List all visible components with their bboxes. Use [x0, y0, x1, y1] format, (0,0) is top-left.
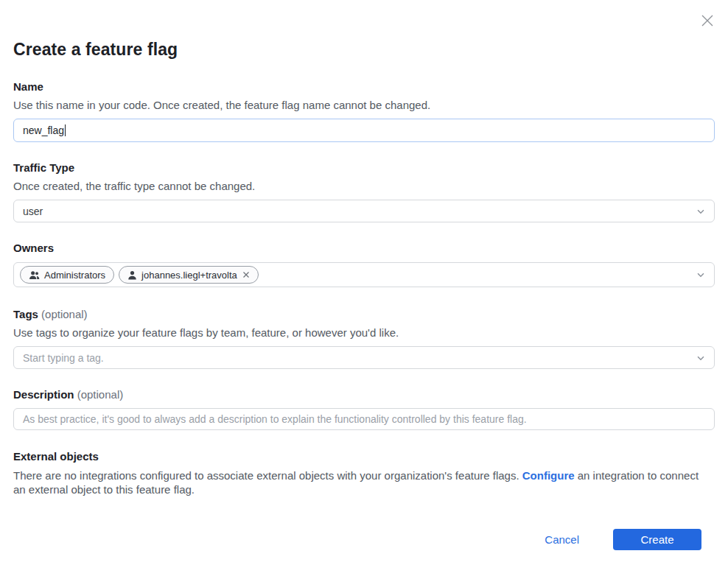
- name-label: Name: [13, 80, 715, 94]
- name-field-group: Name Use this name in your code. Once cr…: [13, 80, 715, 142]
- owner-chip-label: Administrators: [44, 270, 105, 281]
- group-icon: [29, 270, 40, 280]
- tags-select[interactable]: Start typing a tag.: [13, 346, 715, 369]
- modal-footer: Cancel Create: [13, 529, 715, 550]
- page-title: Create a feature flag: [13, 40, 715, 60]
- description-input[interactable]: As best practice, it's good to always ad…: [13, 408, 715, 430]
- create-feature-flag-modal: Create a feature flag Name Use this name…: [0, 0, 728, 562]
- owner-chip-administrators[interactable]: Administrators: [20, 266, 114, 284]
- create-button[interactable]: Create: [613, 529, 701, 550]
- owners-chip-list: Administrators johannes.liegl+travolta: [20, 266, 259, 284]
- description-label: Description (optional): [13, 387, 715, 401]
- person-icon: [127, 270, 137, 280]
- description-field-group: Description (optional) As best practice,…: [13, 387, 715, 430]
- traffic-type-selected-value: user: [23, 206, 43, 217]
- owners-select[interactable]: Administrators johannes.liegl+travolta: [13, 262, 715, 287]
- tags-optional-text: (optional): [41, 308, 88, 320]
- chevron-down-icon: [696, 353, 706, 363]
- external-objects-text-before: There are no integrations configured to …: [13, 469, 522, 482]
- owners-field-group: Owners Administrators: [13, 241, 715, 287]
- tags-label-text: Tags: [13, 308, 38, 320]
- external-objects-label: External objects: [13, 449, 715, 463]
- text-caret: [65, 124, 66, 136]
- description-optional-text: (optional): [77, 388, 124, 401]
- owner-chip-label: johannes.liegl+travolta: [141, 270, 237, 281]
- close-button[interactable]: [697, 10, 718, 31]
- traffic-type-helper-text: Once created, the traffic type cannot be…: [13, 179, 715, 193]
- cancel-button[interactable]: Cancel: [545, 533, 579, 546]
- name-input-value: new_flag: [23, 124, 64, 136]
- traffic-type-field-group: Traffic Type Once created, the traffic t…: [13, 161, 715, 222]
- traffic-type-select[interactable]: user: [13, 200, 715, 222]
- description-placeholder: As best practice, it's good to always ad…: [23, 413, 527, 425]
- chevron-down-icon: [696, 206, 706, 217]
- tags-field-group: Tags (optional) Use tags to organize you…: [13, 307, 715, 369]
- external-objects-text: There are no integrations configured to …: [13, 468, 713, 496]
- tags-placeholder: Start typing a tag.: [23, 352, 104, 364]
- description-label-text: Description: [13, 388, 74, 401]
- configure-link[interactable]: Configure: [522, 469, 575, 482]
- external-objects-group: External objects There are no integratio…: [13, 449, 715, 496]
- tags-label: Tags (optional): [13, 307, 715, 321]
- traffic-type-label: Traffic Type: [13, 161, 715, 175]
- name-helper-text: Use this name in your code. Once created…: [13, 98, 715, 112]
- name-input[interactable]: new_flag: [13, 119, 715, 142]
- remove-owner-icon[interactable]: [242, 271, 250, 278]
- close-icon: [699, 13, 715, 29]
- owners-label: Owners: [13, 241, 715, 255]
- tags-helper-text: Use tags to organize your feature flags …: [13, 326, 715, 340]
- chevron-down-icon: [696, 270, 706, 280]
- owner-chip-user[interactable]: johannes.liegl+travolta: [119, 266, 259, 284]
